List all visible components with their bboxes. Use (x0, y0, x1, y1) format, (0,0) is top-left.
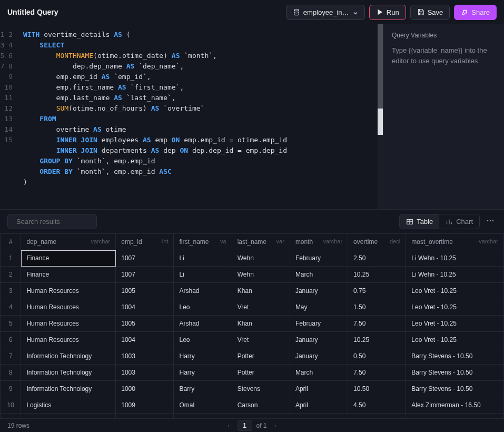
table-cell[interactable]: February (290, 250, 348, 267)
editor-scrollbar[interactable] (378, 24, 383, 209)
table-cell[interactable]: Potter (232, 348, 290, 365)
table-row[interactable]: 4Human Resources1004LeoVretMay1.50Leo Vr… (1, 299, 504, 316)
table-cell[interactable]: Leo Vret - 10.25 (406, 283, 504, 299)
table-cell[interactable]: Li (174, 250, 232, 267)
table-cell[interactable]: 7.50 (348, 316, 406, 332)
column-header[interactable]: dep_namevarchar (21, 234, 116, 250)
table-row[interactable]: 5Human Resources1005ArshadKhanFebruary7.… (1, 316, 504, 332)
column-header[interactable]: overtimedeci (348, 234, 406, 250)
table-row[interactable]: 10Logistics1009OmalCarsonApril4.50Alex Z… (1, 397, 504, 414)
search-input[interactable] (16, 218, 105, 225)
table-cell[interactable]: 10.50 (348, 381, 406, 397)
table-cell[interactable]: Information Technology (21, 381, 116, 397)
table-cell[interactable]: Human Resources (21, 332, 116, 348)
table-cell[interactable]: April (290, 381, 348, 397)
table-cell[interactable]: 0.50 (348, 348, 406, 365)
table-cell[interactable]: Carson (232, 397, 290, 414)
table-row[interactable]: 2Finance1007LiWehnMarch10.25Li Wehn - 10… (1, 267, 504, 283)
table-cell[interactable]: 7.50 (348, 365, 406, 381)
column-header[interactable]: most_overtimevarchar (406, 234, 504, 250)
table-cell[interactable]: 1005 (116, 316, 174, 332)
table-cell[interactable]: Barry (174, 381, 232, 397)
table-cell[interactable]: Wehn (232, 250, 290, 267)
query-title[interactable]: Untitled Query (7, 8, 58, 16)
row-index-cell[interactable]: 5 (1, 316, 21, 332)
sql-editor[interactable]: 1 2 3 4 5 6 7 8 9 10 11 12 13 14 15 WITH… (0, 24, 383, 209)
table-cell[interactable]: March (290, 267, 348, 283)
table-cell[interactable]: Human Resources (21, 316, 116, 332)
table-cell[interactable]: Alex Zimmerman - 16.50 (406, 397, 504, 414)
table-cell[interactable]: January (290, 348, 348, 365)
table-cell[interactable]: Leo Vret - 10.25 (406, 299, 504, 316)
table-cell[interactable]: Human Resources (21, 283, 116, 299)
table-cell[interactable]: 1003 (116, 348, 174, 365)
table-cell[interactable]: Barry Stevens - 10.50 (406, 348, 504, 365)
table-cell[interactable]: Barry Stevens - 10.50 (406, 381, 504, 397)
table-cell[interactable]: Li Wehn - 10.25 (406, 267, 504, 283)
table-cell[interactable]: Khan (232, 283, 290, 299)
results-table[interactable]: #dep_namevarcharemp_idintfirst_namevalas… (0, 233, 504, 418)
table-row[interactable]: 11Logistics1009OmalCarsonFebruary8.00Ale… (1, 414, 504, 419)
table-cell[interactable]: Leo (174, 299, 232, 316)
table-cell[interactable]: 8.00 (348, 414, 406, 419)
table-cell[interactable]: 1005 (116, 283, 174, 299)
table-cell[interactable]: 2.50 (348, 250, 406, 267)
table-row[interactable]: 6Human Resources1004LeoVretJanuary10.25L… (1, 332, 504, 348)
table-cell[interactable]: Leo Vret - 10.25 (406, 332, 504, 348)
row-index-cell[interactable]: 6 (1, 332, 21, 348)
table-cell[interactable]: Li (174, 267, 232, 283)
table-row[interactable]: 3Human Resources1005ArshadKhanJanuary0.7… (1, 283, 504, 299)
table-cell[interactable]: Leo (174, 332, 232, 348)
column-header[interactable]: first_nameva (174, 234, 232, 250)
table-cell[interactable]: 1004 (116, 332, 174, 348)
row-index-cell[interactable]: 1 (1, 250, 21, 267)
table-cell[interactable]: Carson (232, 414, 290, 419)
table-cell[interactable]: Potter (232, 365, 290, 381)
table-cell[interactable]: Omal (174, 414, 232, 419)
table-cell[interactable]: Vret (232, 299, 290, 316)
table-cell[interactable]: Vret (232, 332, 290, 348)
save-button[interactable]: Save (410, 5, 450, 20)
table-cell[interactable]: February (290, 316, 348, 332)
table-cell[interactable]: 10.25 (348, 267, 406, 283)
code-area[interactable]: WITH overtime_details AS ( SELECT MONTHN… (17, 24, 383, 209)
table-row[interactable]: 8Information Technology1003HarryPotterMa… (1, 365, 504, 381)
table-cell[interactable]: Stevens (232, 381, 290, 397)
table-cell[interactable]: Leo Vret - 10.25 (406, 316, 504, 332)
table-cell[interactable]: Wehn (232, 267, 290, 283)
table-cell[interactable]: 1004 (116, 299, 174, 316)
table-cell[interactable]: Arshad (174, 316, 232, 332)
table-cell[interactable]: 1.50 (348, 299, 406, 316)
table-cell[interactable]: Arshad (174, 283, 232, 299)
table-cell[interactable]: Khan (232, 316, 290, 332)
table-cell[interactable]: 1009 (116, 397, 174, 414)
table-cell[interactable]: Harry (174, 348, 232, 365)
table-cell[interactable]: 1007 (116, 250, 174, 267)
row-index-header[interactable]: # (1, 234, 21, 250)
table-cell[interactable]: January (290, 283, 348, 299)
table-cell[interactable]: 1009 (116, 414, 174, 419)
table-cell[interactable]: 1007 (116, 267, 174, 283)
table-row[interactable]: 1Finance1007LiWehnFebruary2.50Li Wehn - … (1, 250, 504, 267)
page-input[interactable] (237, 420, 252, 431)
table-cell[interactable]: Logistics (21, 397, 116, 414)
table-cell[interactable]: Barry Stevens - 10.50 (406, 365, 504, 381)
table-cell[interactable]: Finance (21, 267, 116, 283)
table-cell[interactable]: 1000 (116, 381, 174, 397)
scroll-thumb[interactable] (378, 24, 383, 109)
row-index-cell[interactable]: 4 (1, 299, 21, 316)
table-cell[interactable]: Li Wehn - 10.25 (406, 250, 504, 267)
table-cell[interactable]: May (290, 299, 348, 316)
next-page-button[interactable]: → (271, 422, 278, 429)
table-view-button[interactable]: Table (400, 214, 439, 229)
table-cell[interactable]: Human Resources (21, 299, 116, 316)
table-cell[interactable]: Alex Zimmerman - 16.50 (406, 414, 504, 419)
table-row[interactable]: 7Information Technology1003HarryPotterJa… (1, 348, 504, 365)
share-button[interactable]: Share (454, 5, 497, 20)
table-cell[interactable]: January (290, 332, 348, 348)
column-header[interactable]: monthvarchar (290, 234, 348, 250)
table-cell[interactable]: 4.50 (348, 397, 406, 414)
run-button[interactable]: Run (369, 5, 406, 20)
table-row[interactable]: 9Information Technology1000BarryStevensA… (1, 381, 504, 397)
database-selector[interactable]: employee_inform… (286, 5, 365, 20)
